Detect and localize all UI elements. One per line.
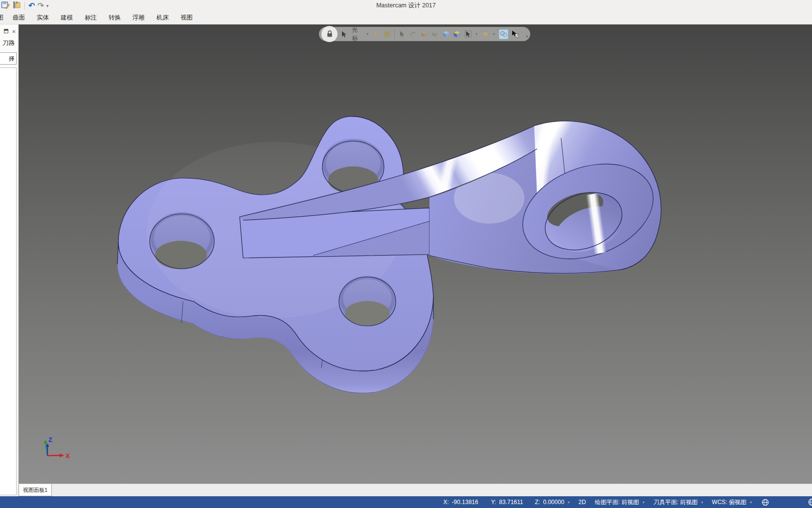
- coord-z-value: 0.00000: [543, 499, 564, 506]
- tab-wireframe[interactable]: 图: [0, 14, 7, 22]
- gear-icon[interactable]: [383, 29, 391, 39]
- lightning-icon[interactable]: [372, 29, 380, 39]
- pick-face-icon[interactable]: [420, 29, 428, 39]
- tab-surfaces[interactable]: 曲面: [7, 14, 31, 22]
- tab-solids[interactable]: 实体: [31, 14, 55, 22]
- solid-cube-icon[interactable]: [442, 29, 450, 39]
- toolbar-separator: [394, 29, 395, 39]
- close-icon[interactable]: ×: [12, 28, 16, 35]
- coord-y: Y: 83.71611: [491, 499, 523, 506]
- axis-x-label: X: [66, 452, 70, 460]
- coord-z[interactable]: Z: 0.00000 ▾: [535, 499, 570, 506]
- main-area: × 刀路 择 光标 ▾: [0, 24, 812, 496]
- tplane-dropdown-icon: ▾: [701, 500, 703, 505]
- plate-hole-left: [150, 214, 214, 269]
- mode-2d-toggle[interactable]: 2D: [579, 499, 586, 506]
- axis-gnomon: Z X: [44, 436, 70, 460]
- toolpaths-panel-tab[interactable]: 刀路: [2, 39, 15, 47]
- tab-view[interactable]: 视图: [175, 14, 199, 22]
- application-window: ↶ ↷ ▾ Mastercam 设计 2017 图 曲面 实体 建模 标注 转换…: [0, 0, 812, 508]
- wcs-dropdown-icon: ▾: [750, 500, 752, 505]
- plate-hole-bottom: [339, 277, 396, 326]
- graphics-viewport[interactable]: 光标 ▾: [19, 24, 812, 484]
- window-title: Mastercam 设计 2017: [0, 1, 812, 10]
- pin-icon[interactable]: [4, 29, 8, 33]
- tab-machine[interactable]: 机床: [151, 14, 175, 22]
- panel-filter-input[interactable]: 择: [0, 52, 17, 65]
- pick-body-icon[interactable]: [431, 29, 438, 39]
- pick-entity-icon[interactable]: [409, 29, 416, 39]
- ribbon-menu-bar: 图 曲面 实体 建模 标注 转换 浮雕 机床 视图: [0, 12, 812, 24]
- globe-button[interactable]: [762, 499, 769, 506]
- globe-icon: [808, 498, 812, 506]
- cplane-dropdown-icon: ▾: [643, 500, 645, 505]
- toolpaths-panel: × 刀路 择: [0, 24, 19, 496]
- analyze-toggle-icon[interactable]: [499, 29, 508, 39]
- cursor-check-icon[interactable]: [512, 29, 519, 39]
- globe-icon: [762, 499, 769, 506]
- 3d-model-part[interactable]: Z X: [19, 24, 812, 484]
- cursor-select-icon[interactable]: [340, 29, 348, 39]
- grid-pattern-icon[interactable]: [481, 29, 489, 39]
- cursor-target-dropdown[interactable]: ▾: [475, 32, 477, 36]
- title-bar: ↶ ↷ ▾ Mastercam 设计 2017: [0, 0, 812, 12]
- multi-cube-icon[interactable]: [453, 29, 460, 39]
- status-bar: X: -90.13816 Y: 83.71611 Z: 0.00000 ▾ 2D…: [0, 496, 812, 508]
- pick-arrow-icon[interactable]: [398, 29, 406, 39]
- rotate-icon[interactable]: [523, 29, 530, 39]
- tab-transform[interactable]: 转换: [103, 14, 127, 22]
- lock-button[interactable]: [321, 26, 338, 42]
- panel-list[interactable]: [0, 68, 17, 495]
- axis-z-label: Z: [48, 436, 52, 443]
- selection-toolbar: 光标 ▾: [319, 27, 530, 41]
- cursor-target-icon[interactable]: [464, 29, 472, 39]
- coord-x-value: -90.13816: [452, 499, 478, 506]
- grid-pattern-dropdown[interactable]: ▾: [493, 32, 495, 36]
- cplane-selector[interactable]: 绘图平面: 前视图 ▾: [595, 498, 645, 507]
- wcs-selector[interactable]: WCS: 俯视图 ▾: [712, 498, 752, 507]
- coord-y-value: 83.71611: [499, 499, 523, 506]
- tab-art[interactable]: 浮雕: [127, 14, 151, 22]
- globe-button-2[interactable]: [808, 498, 812, 506]
- cursor-mode-dropdown[interactable]: ▾: [366, 32, 368, 36]
- tab-drafting[interactable]: 标注: [79, 14, 103, 22]
- cursor-mode-label[interactable]: 光标: [352, 26, 362, 43]
- coord-x: X: -90.13816: [443, 499, 478, 506]
- view-sheet-tabs: 视图面板1: [19, 484, 812, 496]
- tplane-selector[interactable]: 刀具平面: 前视图 ▾: [654, 498, 703, 507]
- lock-icon: [326, 30, 333, 38]
- tab-model-prep[interactable]: 建模: [55, 14, 79, 22]
- z-dropdown-icon: ▾: [568, 500, 570, 505]
- view-sheet-tab-1[interactable]: 视图面板1: [19, 484, 52, 496]
